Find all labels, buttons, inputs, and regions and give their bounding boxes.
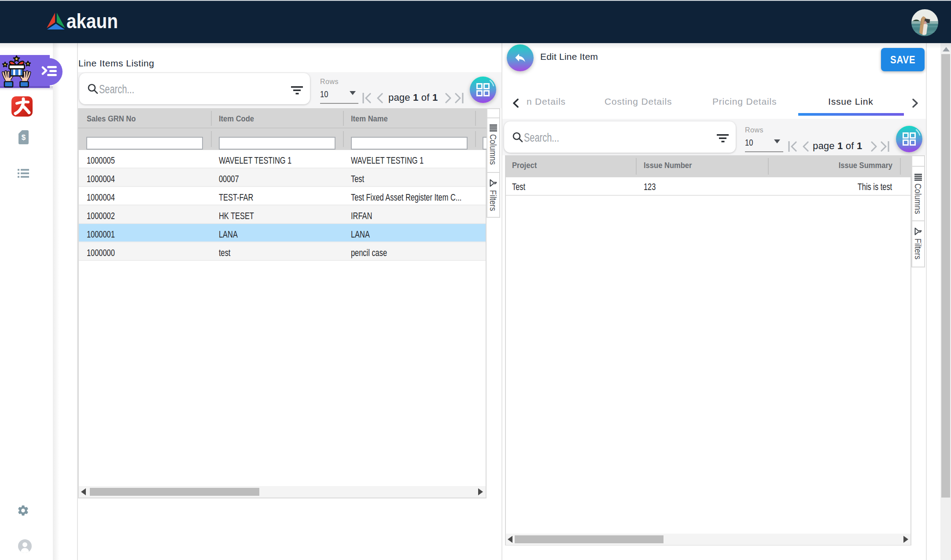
svg-text:$: $: [22, 133, 26, 142]
